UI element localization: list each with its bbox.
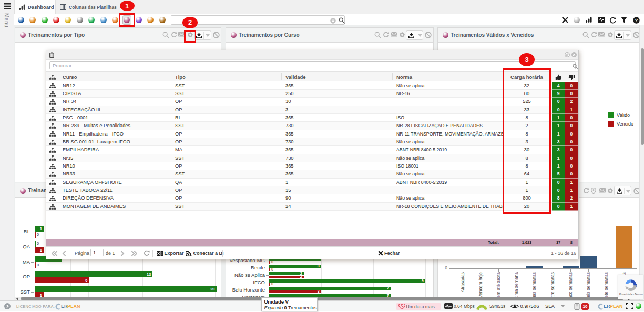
panel-row2-right-refresh-icon[interactable] [583, 188, 589, 194]
table-row[interactable]: MONTAGEM DE ANDAIMESSST24NR-18 CONDIÇÕES… [46, 203, 578, 211]
help-icon[interactable]: ? [633, 17, 640, 24]
panel-treinamentos-validos-x-vencidos-mail-icon[interactable] [598, 32, 605, 37]
table-row[interactable]: PSG - 0001RL365ISO810 [46, 114, 578, 122]
horizontal-scrollbar[interactable] [14, 297, 639, 300]
panel-row2-right-mail-icon[interactable] [599, 188, 606, 193]
column-header-norma[interactable]: Norma [396, 72, 412, 82]
grid-search-icon[interactable] [573, 64, 578, 69]
table-row[interactable]: DIREÇÃO DEFENSIVAOP90Não se aplica80082 [46, 194, 578, 202]
window-close-icon[interactable] [571, 52, 577, 57]
panel-treinamentos-validos-x-vencidos-header[interactable]: Treinamentos Válidos x Vencidos [438, 28, 639, 43]
recaptcha-privacy-label[interactable]: Privacidade - Termos [618, 293, 644, 296]
color-ball-11[interactable] [136, 17, 142, 23]
column-header-tipo[interactable]: Tipo [175, 72, 186, 82]
filter-icon[interactable] [621, 17, 627, 23]
heart-badge[interactable]: Um dia a mais [396, 303, 441, 311]
table-row[interactable]: BR.SG.001.01 -Lavagem IFCOOP730Não se ap… [46, 138, 578, 146]
color-ball-13[interactable] [159, 17, 166, 23]
scroll-left-arrow-icon[interactable] [16, 297, 18, 300]
panel-treinamentos-por-curso-block-icon[interactable] [425, 32, 432, 38]
panel-treinamentos-por-tipo-block-icon[interactable] [213, 32, 220, 38]
notes-count-badge[interactable]: 10 [581, 303, 589, 310]
color-ball-3[interactable] [42, 17, 48, 23]
color-ball-7[interactable] [88, 17, 95, 23]
panel-treinamentos-por-curso-gear-icon[interactable] [399, 32, 405, 38]
column-header-curso[interactable]: Curso [63, 72, 77, 82]
panel-row2-right-pin-icon[interactable] [591, 188, 596, 194]
panel-treinamentos-validos-x-vencidos-block-icon[interactable] [633, 32, 640, 38]
panel-treinamentos-por-tipo-download-button[interactable] [194, 30, 211, 40]
thumb-up-icon[interactable] [555, 74, 562, 80]
vertical-scroll-thumb[interactable] [641, 48, 644, 145]
color-ball-6[interactable] [77, 17, 83, 23]
rss-icon[interactable] [186, 247, 192, 260]
table-row[interactable]: Nr35SST730Não se aplica810 [46, 154, 578, 162]
table-row[interactable]: SEGURANÇA OFFSHOREQA1ABNT NBR 8400-5:201… [46, 179, 578, 186]
color-ball-5[interactable] [65, 17, 71, 23]
table-row[interactable]: NR10OP365ISO 18001810 [46, 162, 578, 170]
panel-treinamentos-validos-x-vencidos-refresh-icon[interactable] [591, 32, 597, 38]
window-block-icon[interactable] [565, 52, 570, 57]
connect-bi-button[interactable]: Conectar a BI [193, 247, 224, 260]
thumb-down-icon[interactable] [568, 74, 575, 80]
table-row[interactable]: NR33SST365Não se aplica6450 [46, 170, 578, 178]
page-next-button[interactable] [120, 247, 125, 260]
panel-treinamentos-validos-x-vencidos-gear-icon[interactable] [607, 32, 614, 38]
sla-label[interactable]: SLA [545, 303, 555, 309]
clear-search-icon[interactable] [330, 18, 336, 24]
panel-treinamentos-por-curso-download-button[interactable] [406, 30, 423, 40]
panel-row2-right-download-button[interactable] [614, 186, 631, 195]
panel-treinamentos-por-tipo-refresh-icon[interactable] [171, 32, 177, 38]
refresh-icon[interactable] [609, 17, 616, 24]
color-ball-2[interactable] [29, 17, 36, 23]
close-icon[interactable] [562, 17, 568, 23]
panel-treinamentos-por-tipo-search-icon[interactable] [162, 32, 169, 38]
fullscreen-icon[interactable] [626, 303, 633, 309]
page-last-button[interactable] [131, 247, 137, 260]
table-row[interactable]: NR11 - Empilhadeira - IFCOOP365NR-11 TRA… [46, 130, 578, 138]
panel-treinamentos-por-curso-search-icon[interactable] [374, 32, 381, 38]
panel-row2-right-gear-icon[interactable] [607, 188, 614, 194]
page-prev-button[interactable] [62, 247, 66, 260]
column-header-validade[interactable]: Validade [285, 72, 306, 82]
color-ball-8[interactable] [100, 17, 107, 23]
table-row[interactable]: NR 34OP3052502 [46, 98, 578, 106]
color-ball-4[interactable] [53, 17, 59, 23]
notebook-icon[interactable] [574, 303, 580, 310]
table-row[interactable]: CIPISTASST250NR-168090 [46, 90, 578, 98]
panel-treinamentos-por-curso-refresh-icon[interactable] [383, 32, 389, 38]
table-row[interactable]: NR12SST365Não se aplica3240 [46, 82, 578, 90]
page-number-input[interactable] [93, 250, 102, 255]
color-ball-1[interactable] [18, 17, 24, 23]
sla-caret-icon[interactable] [560, 305, 565, 307]
export-button[interactable]: Exportar [165, 247, 184, 260]
panel-treinamentos-por-curso-mail-icon[interactable] [391, 32, 397, 37]
grid-search-input[interactable] [53, 63, 557, 68]
tab-dashboard[interactable]: Dashboard [14, 0, 56, 14]
search-icon[interactable] [339, 17, 345, 24]
panel-treinamentos-por-curso-header[interactable]: Treinamentos por Curso [226, 28, 433, 43]
close-grid-button[interactable]: Fechar [384, 247, 400, 260]
recaptcha-badge[interactable]: Privacidade - Termos [618, 275, 643, 299]
grid-refresh-button[interactable] [144, 247, 150, 260]
panel-treinamentos-validos-x-vencidos-download-button[interactable] [614, 30, 631, 40]
table-row[interactable]: INTEGRAÇÃO IIIOP33301 [46, 106, 578, 114]
color-ball-12[interactable] [147, 17, 154, 23]
excel-icon[interactable] [157, 247, 163, 260]
gray-ball-icon[interactable] [574, 17, 580, 23]
table-row[interactable]: EMPILHADEIRAMA365ABNT NBR 8400-5:2019303… [46, 146, 578, 154]
horizontal-scroll-thumb[interactable] [21, 297, 623, 300]
table-row[interactable]: TESTE TABOCA 22/11OP15101 [46, 186, 578, 194]
activity-icon[interactable] [598, 17, 605, 23]
table-row[interactable]: NR-289 - Multas e PenalidadesSST730NR-28… [46, 122, 578, 130]
color-ball-9[interactable] [112, 17, 118, 23]
panel-treinamentos-validos-x-vencidos-search-icon[interactable] [582, 32, 589, 38]
sidebar-menu-label[interactable]: Menu [4, 13, 9, 27]
hamburger-menu-icon[interactable] [4, 3, 11, 9]
close-grid-x-icon[interactable] [378, 247, 383, 260]
page-first-button[interactable] [52, 247, 58, 260]
tab-colunas-planilhas[interactable]: Colunas das Planilhas [56, 0, 119, 14]
vertical-scrollbar[interactable] [639, 25, 644, 300]
chart-bars-icon[interactable] [586, 17, 592, 23]
expand-circle-icon[interactable] [4, 303, 11, 309]
